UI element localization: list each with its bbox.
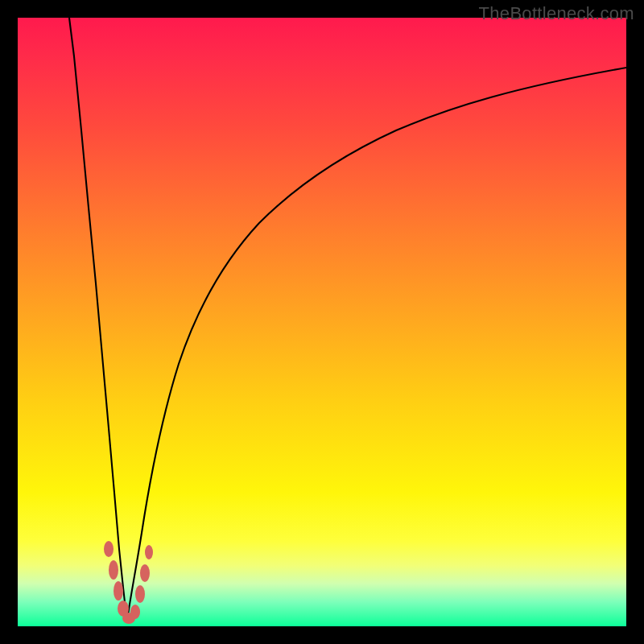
blob-dot	[135, 585, 145, 603]
blob-dot	[114, 581, 123, 601]
curve-left-branch	[69, 18, 127, 620]
highlight-blobs	[104, 541, 153, 624]
blob-dot	[140, 564, 150, 582]
curve-right-branch	[127, 68, 626, 620]
blob-dot	[130, 605, 140, 619]
watermark-text: TheBottleneck.com	[479, 3, 634, 24]
chart-svg	[18, 18, 626, 626]
blob-dot	[109, 560, 118, 580]
blob-dot	[104, 541, 114, 557]
plot-area	[18, 18, 626, 626]
blob-dot	[145, 545, 153, 559]
